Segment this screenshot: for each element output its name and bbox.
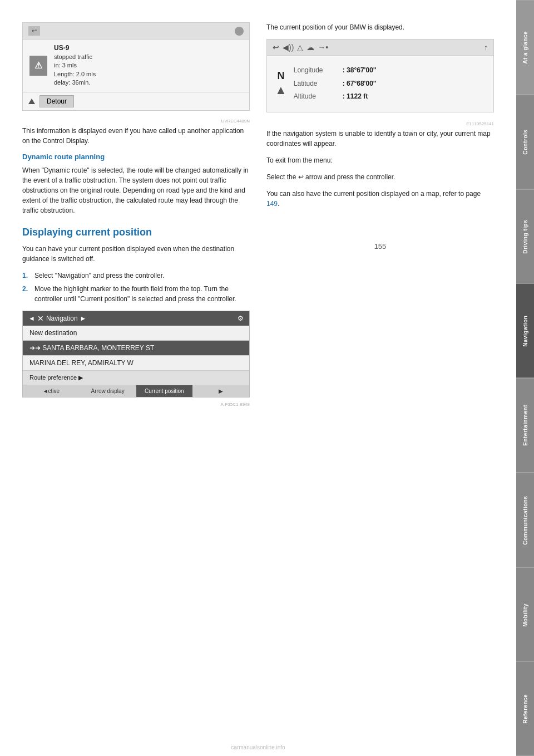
traffic-alert-area: ⚠ <box>27 44 50 87</box>
longitude-row: Longitude : 38°67'00" <box>294 65 484 77</box>
nav-menu-watermark: A-F35C1-8948 <box>22 402 250 407</box>
nav-menu-screenshot: ◄ ✕ Navigation ► ⚙ New destination ➜➜ SA… <box>22 311 250 397</box>
info-text: This information is displayed even if yo… <box>22 126 250 146</box>
page-number: 155 <box>266 242 494 251</box>
traffic-box-body: ⚠ US-9 stopped traffic in: 3 mls Length:… <box>23 40 249 92</box>
left-watermark: UVREC4489N <box>22 119 250 124</box>
altitude-value: : 1122 ft <box>343 91 484 103</box>
exit-text: Select the ↩ arrow and press the control… <box>266 172 494 182</box>
sidebar-tab-at-a-glance[interactable]: At a glance <box>516 0 534 95</box>
gps-back-icon: ↩ <box>273 43 279 52</box>
gps-box-header: ↩ ◀)) △ ☁ →• ↑ <box>267 40 493 56</box>
footer-watermark: carmanualsonline.info <box>0 744 516 750</box>
latitude-label: Latitude <box>294 78 333 90</box>
right-intro-text: The current position of your BMW is disp… <box>266 22 494 32</box>
also-text-content: You can also have the current position d… <box>266 190 481 198</box>
nav-menu-santa-barbara: ➜➜ SANTA BARBARA, MONTERREY ST <box>23 341 249 356</box>
longitude-value: : 38°67'00" <box>343 65 484 77</box>
traffic-settings-icon <box>235 27 244 36</box>
dynamic-route-heading: Dynamic route planning <box>22 153 250 161</box>
gps-position-box: ↩ ◀)) △ ☁ →• ↑ N ▲ Longitude <box>266 39 494 112</box>
traffic-back-button[interactable]: ↩ <box>28 26 40 36</box>
left-column: ↩ ⚠ US-9 stopped traffic in: 3 mls Lengt… <box>22 22 250 409</box>
also-text: You can also have the current position d… <box>266 189 494 209</box>
gps-sound-icon: ◀)) <box>283 43 294 52</box>
displaying-current-position-heading: Displaying current position <box>22 227 250 238</box>
latitude-value: : 67°68'00" <box>343 78 484 90</box>
nav-menu-marina: MARINA DEL REY, ADMIRALTY W <box>23 356 249 371</box>
gps-coordinates: Longitude : 38°67'00" Latitude : 67°68'0… <box>293 63 486 104</box>
nav-menu-header: ◄ ✕ Navigation ► ⚙ <box>23 311 249 326</box>
dynamic-route-text: When "Dynamic route" is selected, the ro… <box>22 165 250 215</box>
gps-dots-icon: →• <box>318 43 328 52</box>
nav-arrows: ◄ ✕ Navigation ► <box>28 314 86 323</box>
coords-table: Longitude : 38°67'00" Latitude : 67°68'0… <box>293 63 486 104</box>
step-2-number: 2. <box>22 284 31 304</box>
traffic-info-box: ↩ ⚠ US-9 stopped traffic in: 3 mls Lengt… <box>22 22 250 111</box>
nav-compass-icon: ✕ <box>37 314 44 323</box>
traffic-detail-2: in: 3 mls <box>54 61 245 70</box>
gps-up-arrow-icon: ↑ <box>484 43 488 52</box>
step-2-text: Move the highlight marker to the fourth … <box>34 284 250 304</box>
exit-label: To exit from the menu: <box>266 155 494 165</box>
nav-footer-current-pos: Current position <box>136 385 193 397</box>
traffic-box-footer: Detour <box>23 92 249 110</box>
gps-compass: N ▲ <box>275 70 287 97</box>
nav-left-arrow-icon: ◄ <box>28 315 35 322</box>
nav-footer-arrow-display: Arrow display <box>80 385 136 397</box>
step-1-number: 1. <box>22 271 31 281</box>
traffic-detail-3: Length: 2.0 mls <box>54 70 245 78</box>
page-ref-link[interactable]: 149 <box>266 200 278 208</box>
nav-menu-new-dest: New destination <box>23 326 249 341</box>
also-text-period: . <box>278 200 279 208</box>
detour-button[interactable]: Detour <box>39 95 74 107</box>
traffic-box-header: ↩ <box>23 23 249 40</box>
main-content: ↩ ⚠ US-9 stopped traffic in: 3 mls Lengt… <box>0 0 516 431</box>
latitude-row: Latitude : 67°68'00" <box>294 78 484 90</box>
sidebar-tab-entertainment[interactable]: Entertainment <box>516 378 534 473</box>
nav-right-arrow-icon: ► <box>80 315 87 322</box>
step-1-text: Select "Navigation" and press the contro… <box>34 271 164 281</box>
detour-arrow-icon <box>28 99 35 104</box>
traffic-info-details: US-9 stopped traffic in: 3 mls Length: 2… <box>54 44 245 87</box>
gps-watermark: E1110525141 <box>266 121 494 126</box>
sidebar-tab-navigation[interactable]: Navigation <box>516 283 534 378</box>
sidebar: At a glance Controls Driving tips Naviga… <box>516 0 534 756</box>
sidebar-tab-driving-tips[interactable]: Driving tips <box>516 189 534 284</box>
altitude-label: Altitude <box>294 91 333 103</box>
compass-n-label: N <box>277 70 284 82</box>
route-name: US-9 <box>54 44 245 52</box>
nav-footer-right-arrow: ▶ <box>192 385 249 397</box>
traffic-alert-icon: ⚠ <box>29 56 47 76</box>
if-text: If the navigation system is unable to id… <box>266 129 494 149</box>
nav-menu-route-pref: Route preference ▶ <box>23 371 249 385</box>
steps-list: 1. Select "Navigation" and press the con… <box>22 271 250 304</box>
gps-box-body: N ▲ Longitude : 38°67'00" Latitude : <box>267 56 493 112</box>
sidebar-tab-communications[interactable]: Communications <box>516 473 534 567</box>
nav-footer-active: ◄ctive <box>23 385 80 397</box>
nav-settings-icon: ⚙ <box>238 315 244 322</box>
gps-icons-row: ↩ ◀)) △ ☁ →• <box>273 43 328 52</box>
right-column: The current position of your BMW is disp… <box>266 22 494 409</box>
sidebar-tab-reference[interactable]: Reference <box>516 661 534 756</box>
compass-arrow-icon: ▲ <box>275 83 287 97</box>
traffic-detail-1: stopped traffic <box>54 53 245 61</box>
longitude-label: Longitude <box>294 65 333 77</box>
nav-menu-footer: ◄ctive Arrow display Current position ▶ <box>23 385 249 397</box>
gps-alert-icon: △ <box>297 43 303 52</box>
traffic-detail-4: delay: 36min. <box>54 78 245 87</box>
step-2: 2. Move the highlight marker to the four… <box>22 284 250 304</box>
sidebar-tab-mobility[interactable]: Mobility <box>516 567 534 662</box>
gps-info-icon: ☁ <box>306 43 314 52</box>
nav-title: Navigation <box>46 315 78 322</box>
altitude-row: Altitude : 1122 ft <box>294 91 484 103</box>
intro-text: You can have your current position displ… <box>22 244 250 264</box>
step-1: 1. Select "Navigation" and press the con… <box>22 271 250 281</box>
sidebar-tab-controls[interactable]: Controls <box>516 95 534 189</box>
